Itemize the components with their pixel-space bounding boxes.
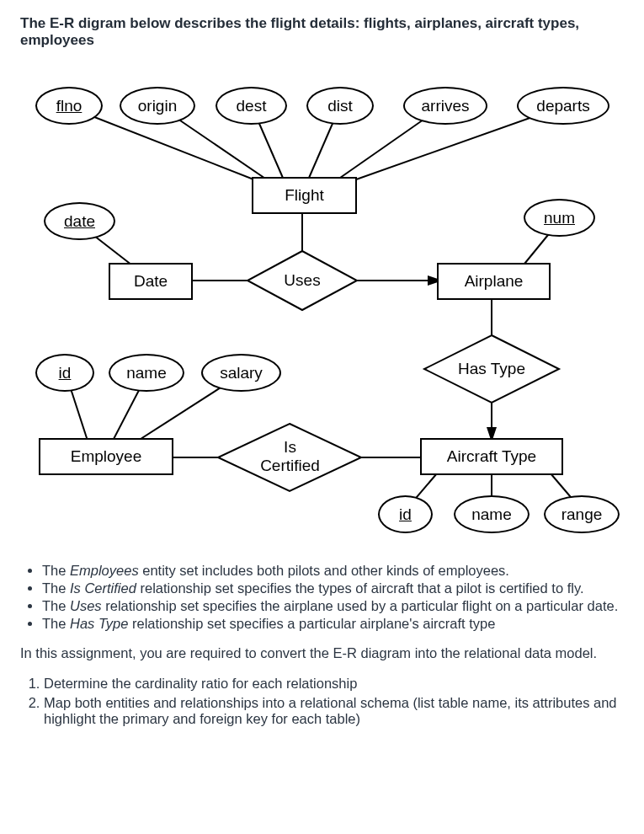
- attr-arrives: arrives: [403, 87, 487, 125]
- entity-flight: Flight: [252, 177, 357, 214]
- bullet-item: The Employees entity set includes both p…: [42, 563, 624, 579]
- er-diagram: flno origin dest dist arrives departs Fl…: [20, 57, 626, 529]
- attr-ac-range: range: [544, 495, 620, 533]
- rel-hastype: Has Type: [441, 359, 542, 379]
- intro-para: In this assignment, you are required to …: [20, 645, 624, 661]
- task-item: Determine the cardinality ratio for each…: [44, 676, 624, 692]
- attr-dist: dist: [306, 87, 374, 125]
- attr-dest: dest: [216, 87, 287, 125]
- task-list: Determine the cardinality ratio for each…: [20, 676, 624, 727]
- attr-ac-id: id: [378, 495, 433, 533]
- entity-airplane: Airplane: [437, 263, 551, 300]
- entity-date: Date: [109, 263, 193, 300]
- rel-uses: Uses: [269, 270, 336, 291]
- attr-departs: departs: [517, 87, 609, 125]
- page-title: The E-R digram below describes the fligh…: [20, 15, 624, 49]
- entity-employee: Employee: [39, 438, 173, 475]
- attr-emp-id: id: [35, 354, 94, 392]
- attr-date: date: [44, 202, 115, 240]
- attr-emp-name: name: [109, 354, 184, 392]
- attr-origin: origin: [120, 87, 195, 125]
- attr-flno: flno: [35, 87, 103, 125]
- attr-ac-name: name: [454, 495, 530, 533]
- attr-emp-salary: salary: [201, 354, 281, 392]
- bullet-item: The Uses relationship set specifies the …: [42, 598, 624, 614]
- task-item: Map both entities and relationships into…: [44, 695, 624, 727]
- entity-aircraft-type: Aircraft Type: [420, 438, 563, 475]
- rel-iscertified: Is Certified: [246, 438, 334, 475]
- bullet-list: The Employees entity set includes both p…: [20, 563, 624, 632]
- bullet-item: The Is Certified relationship set specif…: [42, 580, 624, 596]
- bullet-item: The Has Type relationship set specifies …: [42, 616, 624, 632]
- attr-num: num: [524, 199, 595, 237]
